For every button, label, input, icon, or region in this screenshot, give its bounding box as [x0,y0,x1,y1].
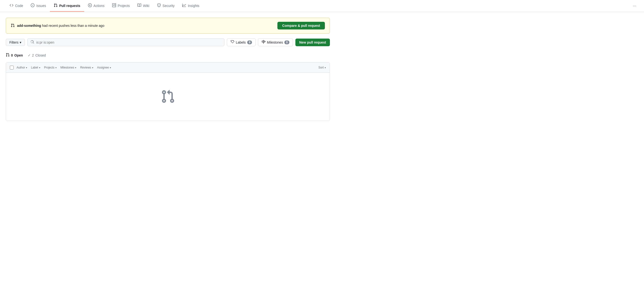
projects-chevron-icon: ▾ [56,66,56,69]
milestones-button[interactable]: Milestones 0 [258,38,293,46]
milestones-text: Milestones [267,40,283,44]
author-label: Author [16,66,25,69]
assignee-filter-button[interactable]: Assignee ▾ [97,65,111,70]
tab-projects[interactable]: Projects [108,0,134,12]
tab-actions-label: Actions [94,4,104,8]
insights-icon [182,3,186,8]
sort-filter-button[interactable]: Sort ▾ [318,65,326,70]
select-all-checkbox[interactable] [10,66,14,69]
label-icon [230,40,234,44]
open-label: Open [14,53,23,57]
label-filter-button[interactable]: Label ▾ [31,65,40,70]
search-input[interactable] [36,40,221,44]
banner-message: add-something had recent pushes less tha… [11,23,104,28]
search-icon [30,40,34,44]
compare-pull-request-button[interactable]: Compare & pull request [278,22,325,29]
new-pull-request-button[interactable]: New pull request [296,38,330,46]
author-filter-button[interactable]: Author ▾ [16,65,27,70]
search-box [27,38,224,46]
open-count: 0 [11,53,13,57]
assignee-chevron-icon: ▾ [110,66,111,69]
more-options-button[interactable]: ··· [631,0,638,12]
security-icon [157,3,161,8]
pr-list-body [6,73,330,121]
pull-requests-icon [54,3,58,8]
actions-icon [88,3,92,8]
filters-button[interactable]: Filters ▾ [6,39,25,46]
milestones-count-badge: 0 [284,40,290,44]
pr-list-container: Author ▾ Label ▾ Projects ▾ Milestones ▾… [6,62,330,121]
closed-pr-icon: ✓ [28,53,31,57]
filters-chevron-icon: ▾ [20,40,21,44]
labels-text: Labels [236,40,246,44]
empty-state [151,80,184,114]
top-nav: Code Issues Pull requests Actions [0,0,644,12]
milestones-label: Milestones [60,66,74,69]
header-filters: Author ▾ Label ▾ Projects ▾ Milestones ▾… [16,65,326,70]
wiki-icon [138,3,141,8]
label-label: Label [31,66,38,69]
projects-icon [112,3,116,8]
sort-label: Sort [318,66,324,69]
tab-actions[interactable]: Actions [84,0,108,12]
closed-prs-button[interactable]: ✓ 2 Closed [28,52,46,58]
assignee-label: Assignee [97,66,109,69]
closed-label: Closed [35,53,46,57]
branch-icon [11,23,15,28]
labels-button[interactable]: Labels 9 [227,38,256,46]
filters-label: Filters [9,40,18,44]
tab-insights-label: Insights [188,4,199,8]
reviews-filter-button[interactable]: Reviews ▾ [80,65,93,70]
open-prs-button[interactable]: 0 Open [6,52,23,58]
closed-count: 2 [32,53,34,57]
milestones-chevron-icon: ▾ [75,66,76,69]
projects-filter-button[interactable]: Projects ▾ [44,65,56,70]
label-chevron-icon: ▾ [39,66,40,69]
tab-code-label: Code [15,4,23,8]
tab-pull-requests[interactable]: Pull requests [50,0,84,12]
author-chevron-icon: ▾ [26,66,27,69]
tab-issues[interactable]: Issues [27,0,50,12]
sort-chevron-icon: ▾ [325,66,326,69]
pr-list-header: Author ▾ Label ▾ Projects ▾ Milestones ▾… [6,62,330,73]
tab-insights[interactable]: Insights [178,0,203,12]
empty-pr-icon [161,89,175,104]
tab-wiki[interactable]: Wiki [134,0,153,12]
main-content: add-something had recent pushes less tha… [0,12,336,121]
recent-push-banner: add-something had recent pushes less tha… [6,18,330,33]
milestones-filter-button[interactable]: Milestones ▾ [60,65,76,70]
tab-security[interactable]: Security [153,0,178,12]
labels-count-badge: 9 [247,40,252,44]
tab-security-label: Security [162,4,175,8]
milestones-icon [262,40,266,44]
projects-label: Projects [44,66,54,69]
tab-pull-requests-label: Pull requests [59,4,80,8]
issues-icon [31,3,34,8]
tab-projects-label: Projects [118,4,130,8]
tab-wiki-label: Wiki [143,4,149,8]
filter-row: Filters ▾ Labels 9 [6,38,330,46]
tab-issues-label: Issues [36,4,46,8]
tab-code[interactable]: Code [6,0,27,12]
banner-branch-name: add-something had recent pushes less tha… [17,24,104,27]
reviews-label: Reviews [80,66,91,69]
open-pr-icon [6,53,10,57]
code-icon [10,3,14,8]
pr-status-row: 0 Open ✓ 2 Closed [6,50,330,60]
reviews-chevron-icon: ▾ [92,66,93,69]
